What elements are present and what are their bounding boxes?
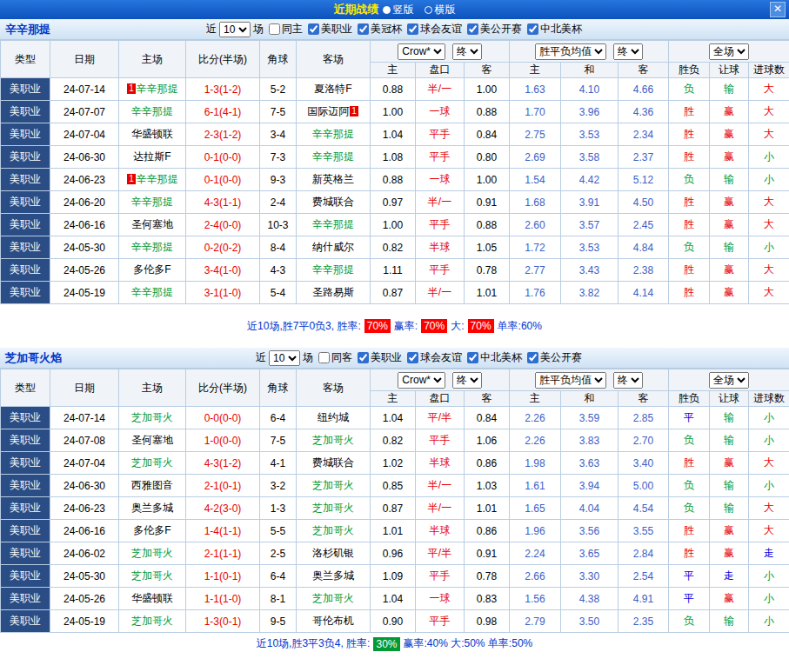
result-cell: 胜 (669, 282, 710, 304)
corner-cell: 3-2 (260, 475, 297, 497)
score-cell: 0-1(0-0) (186, 146, 260, 169)
corner-cell: 10-3 (260, 214, 297, 236)
league-checkbox[interactable] (407, 23, 418, 35)
league-checkbox[interactable] (308, 23, 319, 35)
match-count-select[interactable]: 10 (269, 350, 300, 366)
league-checkbox[interactable] (358, 352, 369, 363)
league-filter[interactable]: 球会友谊 (407, 350, 462, 365)
avg-type-select[interactable]: 胜平负均值 (535, 43, 606, 60)
subcol-result: 胜负 (669, 391, 710, 407)
team-name-text: 多伦多F (133, 263, 171, 276)
league-checkbox[interactable] (358, 23, 369, 35)
away-odds-cell: 0.84 (465, 407, 510, 429)
avg-draw-cell: 3.65 (561, 542, 618, 565)
away-team-cell: 洛杉矶银 (297, 542, 371, 565)
away-team-cell: 芝加哥火 (297, 520, 371, 542)
goals-cell: 大 (749, 191, 789, 214)
goals-cell: 小 (749, 169, 789, 191)
league-cell: 美职业 (1, 429, 50, 452)
home-odds-cell: 0.97 (371, 191, 416, 214)
avg-draw-cell: 4.38 (561, 588, 618, 610)
odds-time-select[interactable]: 终 (452, 43, 482, 60)
avg-away-cell: 4.36 (618, 101, 669, 123)
score-cell: 2-1(0-1) (186, 475, 260, 497)
away-team-cell: 纳什威尔 (297, 236, 371, 259)
avg-group-header: 胜平负均值 终 (510, 369, 669, 391)
score-cell: 2-4(0-0) (186, 214, 260, 236)
team-name-text: 辛辛那提 (131, 105, 173, 117)
league-filter[interactable]: 中北美杯 (527, 22, 582, 37)
team-name-text: 辛辛那提 (137, 173, 178, 185)
handicap-result-cell: 赢 (710, 452, 749, 475)
handicap-cell: 半球 (416, 236, 465, 259)
radio-vertical[interactable]: 竖版 (383, 3, 414, 17)
team-name-text: 芝加哥火 (312, 434, 354, 446)
subcol-odds-away: 客 (465, 63, 510, 78)
league-filter[interactable]: 美冠杯 (358, 22, 402, 37)
same-venue-filter[interactable]: 同主 (269, 22, 303, 37)
odds-company-select[interactable]: Crow* (398, 43, 445, 60)
match-row: 美职业24-05-30辛辛那提0-2(0-2)8-4纳什威尔0.82半球1.05… (1, 236, 789, 259)
corner-cell: 5-5 (260, 520, 297, 542)
league-cell: 美职业 (1, 146, 50, 169)
corner-cell: 3-4 (260, 123, 297, 146)
subcol-handicap-result: 让球 (710, 391, 749, 407)
home-odds-cell: 0.87 (371, 282, 416, 304)
league-filter[interactable]: 中北美杯 (467, 350, 522, 365)
date-cell: 24-06-23 (50, 497, 119, 520)
subcol-handicap-result: 让球 (710, 63, 749, 78)
odds-time-select[interactable]: 终 (452, 372, 482, 389)
avg-home-cell: 2.60 (510, 214, 561, 236)
league-checkbox[interactable] (467, 352, 478, 363)
league-checkbox[interactable] (527, 23, 538, 35)
avg-type-select[interactable]: 胜平负均值 (535, 372, 606, 389)
same-venue-label: 同主 (282, 22, 303, 37)
avg-draw-cell: 4.10 (561, 78, 618, 101)
match-count-select[interactable]: 10 (219, 22, 251, 37)
league-filter[interactable]: 美公开赛 (527, 350, 582, 365)
col-header-date: 日期 (50, 41, 119, 78)
summary-bar: 近10场,胜3平3负4, 胜率:30%赢率:40% 大:50% 单率:50% (0, 633, 789, 655)
league-filter[interactable]: 美职业 (358, 350, 402, 365)
goals-cell: 小 (749, 429, 789, 452)
period-select[interactable]: 全场 (709, 43, 749, 60)
corner-cell: 1-3 (260, 497, 297, 520)
away-team-cell: 辛辛那提 (297, 146, 371, 169)
avg-home-cell: 1.70 (510, 101, 561, 123)
home-odds-cell: 1.11 (371, 259, 416, 282)
league-filter[interactable]: 美公开赛 (467, 22, 522, 37)
near-label: 近 (206, 22, 217, 37)
same-venue-checkbox[interactable] (318, 352, 330, 363)
handicap-cell: 平/半 (416, 407, 465, 429)
avg-away-cell: 2.38 (618, 259, 669, 282)
team-section: 芝加哥火焰 近 10 场 同客 美职业球会友谊中北美杯美公开赛 类型 日期 主场… (0, 348, 789, 655)
period-select[interactable]: 全场 (709, 372, 749, 389)
away-team-cell: 纽约城 (297, 407, 371, 429)
avg-time-select[interactable]: 终 (613, 372, 643, 389)
avg-away-cell: 4.66 (618, 78, 669, 101)
close-icon[interactable]: ✕ (770, 2, 786, 17)
league-checkbox[interactable] (407, 352, 418, 363)
subcol-avg-home: 主 (510, 391, 561, 407)
handicap-result-cell: 赢 (710, 542, 749, 565)
odds-company-select[interactable]: Crow* (398, 372, 445, 389)
match-row: 美职业24-06-30达拉斯F0-1(0-0)7-3辛辛那提1.08平手0.80… (1, 146, 789, 169)
team-name-text: 达拉斯F (133, 150, 171, 163)
radio-horizontal[interactable]: 横版 (425, 3, 456, 17)
handicap-cell: 平手 (416, 146, 465, 169)
league-cell: 美职业 (1, 282, 50, 304)
league-checkbox[interactable] (467, 23, 478, 35)
avg-time-select[interactable]: 终 (613, 43, 643, 60)
avg-away-cell: 5.12 (618, 169, 669, 191)
home-odds-cell: 1.01 (371, 520, 416, 542)
avg-away-cell: 4.91 (618, 588, 669, 610)
league-checkbox[interactable] (527, 352, 538, 363)
same-venue-filter[interactable]: 同客 (318, 350, 352, 365)
team-name-text: 辛辛那提 (131, 286, 173, 298)
result-cell: 负 (669, 236, 710, 259)
league-filter[interactable]: 球会友谊 (407, 22, 462, 37)
avg-draw-cell: 3.58 (561, 146, 618, 169)
result-cell: 胜 (669, 101, 710, 123)
same-venue-checkbox[interactable] (269, 23, 280, 35)
league-filter[interactable]: 美职业 (308, 22, 352, 37)
